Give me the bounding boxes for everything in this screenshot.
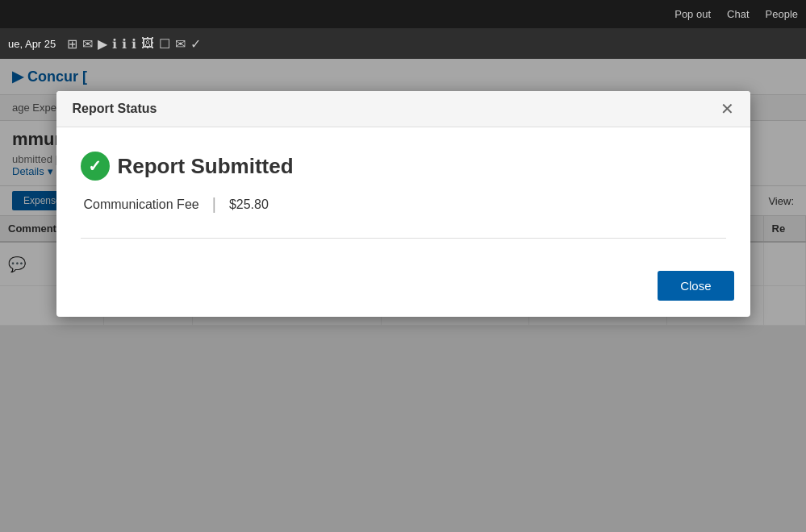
pop-out-link[interactable]: Pop out — [674, 8, 711, 20]
toolbar-icon-10[interactable]: ✓ — [190, 36, 201, 52]
toolbar-icon-2[interactable]: ✉ — [82, 36, 93, 52]
toolbar-date: ue, Apr 25 — [8, 38, 56, 50]
report-name-value: Communication Fee — [84, 197, 199, 212]
toolbar-icon-3[interactable]: ▶ — [98, 36, 107, 52]
toolbar-icon-4[interactable]: ℹ — [112, 36, 117, 52]
submitted-title: Report Submitted — [118, 154, 294, 179]
toolbar-row: ue, Apr 25 ⊞ ✉ ▶ ℹ ℹ ℹ 🖼 ☐ ✉ ✓ — [0, 28, 806, 59]
toolbar-icon-1[interactable]: ⊞ — [67, 36, 77, 52]
toolbar-icon-8[interactable]: ☐ — [159, 36, 170, 52]
modal-dialog: Report Status ✕ ✓ Report Submitted Commu… — [56, 91, 750, 317]
modal-overlay: Report Status ✕ ✓ Report Submitted Commu… — [0, 59, 806, 532]
modal-header: Report Status ✕ — [56, 91, 750, 127]
modal-close-x-button[interactable]: ✕ — [720, 101, 734, 117]
content-area: ▶ Concur [ age Expenses mmun ubmitted | … — [0, 59, 806, 532]
toolbar-icon-5[interactable]: ℹ — [122, 36, 127, 52]
toolbar-icon-6[interactable]: ℹ — [132, 36, 136, 52]
toolbar-icon-9[interactable]: ✉ — [175, 36, 186, 52]
report-amount-value: $25.80 — [229, 197, 269, 212]
info-separator: | — [212, 195, 216, 214]
modal-divider — [81, 238, 726, 239]
report-info-row: Communication Fee | $25.80 — [81, 195, 726, 214]
submitted-row: ✓ Report Submitted — [81, 152, 726, 181]
modal-body: ✓ Report Submitted Communication Fee | $… — [56, 127, 750, 271]
check-circle-icon: ✓ — [81, 152, 110, 181]
people-link[interactable]: People — [766, 8, 798, 20]
modal-title: Report Status — [73, 102, 157, 116]
toolbar-icon-7[interactable]: 🖼 — [141, 36, 154, 51]
top-bar: Pop out Chat People — [0, 0, 806, 28]
modal-close-button[interactable]: Close — [658, 271, 733, 301]
modal-footer: Close — [56, 271, 750, 317]
chat-link[interactable]: Chat — [727, 8, 749, 20]
